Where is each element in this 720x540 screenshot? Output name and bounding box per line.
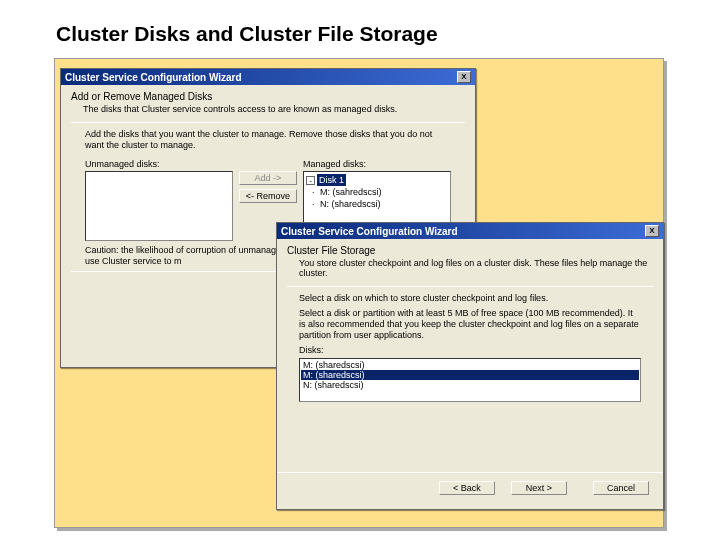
- add-button[interactable]: Add ->: [239, 171, 297, 185]
- unmanaged-disks-listbox[interactable]: [85, 171, 233, 241]
- divider: [287, 286, 653, 287]
- page-subheading: You store cluster checkpoint and log fil…: [299, 258, 653, 278]
- back-button[interactable]: < Back: [439, 481, 495, 495]
- titlebar[interactable]: Cluster Service Configuration Wizard X: [61, 69, 475, 85]
- list-item-selected[interactable]: M: (sharedscsi): [301, 370, 639, 380]
- slide-title: Cluster Disks and Cluster File Storage: [56, 22, 438, 46]
- page-heading: Add or Remove Managed Disks: [71, 91, 465, 102]
- close-icon[interactable]: X: [645, 225, 659, 237]
- page-subheading: The disks that Cluster service controls …: [83, 104, 465, 114]
- list-item[interactable]: N: (sharedscsi): [301, 380, 639, 390]
- unmanaged-label: Unmanaged disks:: [85, 159, 233, 169]
- managed-label: Managed disks:: [303, 159, 451, 169]
- remove-button[interactable]: <- Remove: [239, 189, 297, 203]
- tree-child[interactable]: M: (sahredscsi): [320, 186, 448, 198]
- button-bar: < Back Next > Cancel: [277, 472, 663, 503]
- wizard-window-file-storage: Cluster Service Configuration Wizard X C…: [276, 222, 664, 510]
- tree-child[interactable]: N: (sharedscsi): [320, 198, 448, 210]
- next-button[interactable]: Next >: [511, 481, 567, 495]
- divider: [71, 122, 465, 123]
- list-item[interactable]: M: (sharedscsi): [301, 360, 639, 370]
- cancel-button[interactable]: Cancel: [593, 481, 649, 495]
- page-heading: Cluster File Storage: [287, 245, 653, 256]
- tree-root[interactable]: -Disk 1: [306, 174, 448, 186]
- disks-listbox[interactable]: M: (sharedscsi) M: (sharedscsi) N: (shar…: [299, 358, 641, 402]
- titlebar[interactable]: Cluster Service Configuration Wizard X: [277, 223, 663, 239]
- close-icon[interactable]: X: [457, 71, 471, 83]
- disks-label: Disks:: [299, 345, 641, 356]
- collapse-icon[interactable]: -: [306, 176, 315, 185]
- window-title: Cluster Service Configuration Wizard: [65, 72, 242, 83]
- instruction-2: Select a disk or partition with at least…: [299, 308, 641, 341]
- instruction-text: Add the disks that you want the cluster …: [85, 129, 451, 151]
- instruction-1: Select a disk on which to store cluster …: [299, 293, 641, 304]
- window-title: Cluster Service Configuration Wizard: [281, 226, 458, 237]
